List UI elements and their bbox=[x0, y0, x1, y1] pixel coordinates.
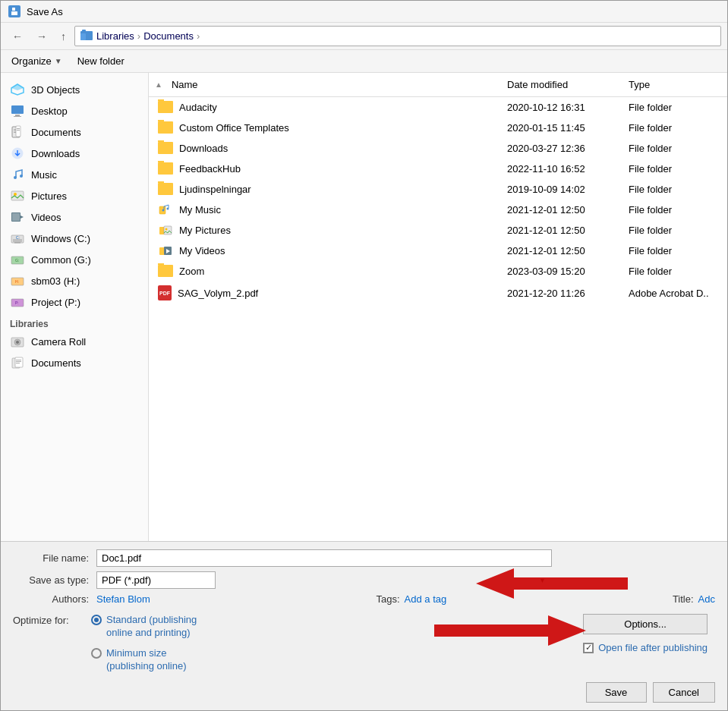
sidebar-item-lib-documents[interactable]: Documents bbox=[1, 352, 148, 373]
nav-bar: ← → ↑ Libraries › Documents › bbox=[1, 23, 727, 50]
organize-button[interactable]: Organize ▼ bbox=[8, 54, 65, 68]
downloads-icon bbox=[10, 146, 25, 160]
sidebar-item-sbm03-h[interactable]: H: sbm03 (H:) bbox=[1, 270, 148, 291]
up-button[interactable]: ↑ bbox=[55, 27, 71, 46]
file-date: 2020-03-27 12:36 bbox=[501, 141, 622, 156]
sidebar-item-pictures[interactable]: Pictures bbox=[1, 185, 148, 206]
sidebar-label-desktop: Desktop bbox=[31, 105, 68, 117]
authors-label: Authors: bbox=[13, 593, 96, 605]
breadcrumb-libraries[interactable]: Libraries bbox=[96, 30, 134, 42]
sidebar-item-music[interactable]: Music bbox=[1, 164, 148, 185]
open-after-publish-checkbox[interactable] bbox=[583, 643, 594, 653]
file-date: 2019-10-09 14:02 bbox=[501, 182, 622, 197]
folder-icon bbox=[158, 265, 173, 277]
file-date: 2023-03-09 15:20 bbox=[501, 264, 622, 278]
pictures-icon bbox=[10, 189, 25, 203]
sidebar-item-common-g[interactable]: G: Common (G:) bbox=[1, 249, 148, 270]
action-buttons: Save Cancel bbox=[13, 682, 715, 703]
breadcrumb-documents[interactable]: Documents bbox=[143, 30, 194, 42]
breadcrumb-sep-2: › bbox=[197, 30, 200, 42]
up-icon: ↑ bbox=[61, 30, 66, 42]
new-folder-label: New folder bbox=[77, 55, 124, 67]
breadcrumb: Libraries › Documents › bbox=[96, 30, 200, 42]
save-as-dialog: Save As ← → ↑ Libraries › Documents bbox=[0, 0, 728, 711]
title-value[interactable]: Adc bbox=[698, 593, 715, 605]
cancel-button[interactable]: Cancel bbox=[653, 682, 715, 703]
sidebar-item-documents[interactable]: Documents bbox=[1, 121, 148, 143]
table-row[interactable]: My Music 2021-12-01 12:50 File folder bbox=[149, 200, 727, 220]
file-list-header: ▲ Name Date modified Type bbox=[149, 73, 727, 97]
col-header-date[interactable]: Date modified bbox=[501, 76, 622, 93]
folder-icon bbox=[158, 142, 173, 154]
sidebar-item-camera-roll[interactable]: Camera Roll bbox=[1, 331, 148, 352]
radio-minimum-label: Minimum size(publishing online) bbox=[106, 647, 187, 673]
common-g-icon: G: bbox=[10, 253, 25, 266]
red-arrow-annotation-2 bbox=[434, 615, 586, 648]
back-button[interactable]: ← bbox=[7, 27, 28, 46]
svg-marker-25 bbox=[20, 216, 24, 219]
forward-icon: → bbox=[36, 30, 47, 42]
svg-text:P:: P: bbox=[15, 300, 19, 305]
meta-row: Authors: Stefan Blom Tags: Add a tag Tit… bbox=[13, 593, 715, 605]
svg-rect-4 bbox=[80, 33, 86, 40]
save-type-select[interactable]: PDF (*.pdf) Word Document (*.docx) Plain… bbox=[96, 571, 216, 589]
folder-icon bbox=[158, 121, 173, 134]
svg-rect-42 bbox=[16, 360, 21, 360]
sidebar-item-project-p[interactable]: P: Project (P:) bbox=[1, 291, 148, 313]
col-header-name[interactable]: Name bbox=[165, 76, 501, 93]
tags-value[interactable]: Add a tag bbox=[405, 593, 447, 605]
open-after-publish-label[interactable]: Open file after publishing bbox=[598, 642, 708, 653]
sidebar: 3D Objects Desktop bbox=[1, 73, 149, 541]
authors-value[interactable]: Stefan Blom bbox=[96, 593, 150, 605]
table-row[interactable]: Ljudinspelningar 2019-10-09 14:02 File f… bbox=[149, 179, 727, 200]
file-name: Downloads bbox=[179, 143, 228, 154]
sidebar-label-pictures: Pictures bbox=[31, 190, 67, 202]
sidebar-item-3d-objects[interactable]: 3D Objects bbox=[1, 79, 148, 100]
sidebar-item-desktop[interactable]: Desktop bbox=[1, 100, 148, 121]
table-row[interactable]: Custom Office Templates 2020-01-15 11:45… bbox=[149, 118, 727, 138]
sidebar-label-music: Music bbox=[31, 169, 57, 181]
table-row[interactable]: My Videos 2021-12-01 12:50 File folder bbox=[149, 241, 727, 261]
svg-rect-29 bbox=[13, 239, 22, 242]
sidebar-label-common-g: Common (G:) bbox=[31, 254, 91, 266]
new-folder-button[interactable]: New folder bbox=[74, 54, 128, 68]
sidebar-item-windows-c[interactable]: C: Windows (C:) bbox=[1, 228, 148, 249]
libraries-section-label: Libraries bbox=[1, 313, 148, 331]
sbm03-h-icon: H: bbox=[10, 274, 25, 288]
file-type: File folder bbox=[622, 162, 721, 176]
save-button[interactable]: Save bbox=[586, 682, 647, 703]
radio-minimum[interactable]: Minimum size(publishing online) bbox=[91, 647, 197, 673]
forward-button[interactable]: → bbox=[31, 27, 52, 46]
table-row[interactable]: Downloads 2020-03-27 12:36 File folder bbox=[149, 138, 727, 159]
sidebar-item-videos[interactable]: Videos bbox=[1, 206, 148, 228]
col-header-type[interactable]: Type bbox=[622, 76, 721, 93]
svg-point-21 bbox=[20, 175, 23, 178]
table-row[interactable]: My Pictures 2021-12-01 12:50 File folder bbox=[149, 220, 727, 241]
checkbox-row: Open file after publishing bbox=[583, 642, 708, 653]
back-icon: ← bbox=[12, 30, 23, 42]
table-row[interactable]: Zoom 2023-03-09 15:20 File folder bbox=[149, 261, 727, 282]
address-bar[interactable]: Libraries › Documents › bbox=[74, 26, 721, 46]
radio-standard[interactable]: Standard (publishingonline and printing) bbox=[91, 614, 197, 640]
svg-rect-10 bbox=[14, 116, 21, 117]
table-row[interactable]: PDF SAG_Volym_2.pdf 2021-12-20 11:26 Ado… bbox=[149, 282, 727, 305]
table-row[interactable]: Audacity 2020-10-12 16:31 File folder bbox=[149, 97, 727, 118]
svg-point-39 bbox=[16, 341, 19, 344]
file-name: My Videos bbox=[179, 245, 225, 256]
svg-rect-8 bbox=[11, 105, 24, 114]
file-type: Adobe Acrobat D.. bbox=[622, 286, 721, 300]
folder-icon bbox=[158, 183, 173, 195]
table-row[interactable]: FeedbackHub 2022-11-10 16:52 File folder bbox=[149, 159, 727, 179]
svg-point-23 bbox=[14, 193, 17, 196]
sidebar-item-downloads[interactable]: Downloads bbox=[1, 143, 148, 164]
file-date: 2021-12-01 12:50 bbox=[501, 244, 622, 258]
options-button[interactable]: Options... bbox=[583, 614, 708, 634]
svg-marker-7 bbox=[11, 84, 24, 90]
file-name-input[interactable] bbox=[96, 549, 552, 567]
svg-rect-2 bbox=[12, 8, 15, 11]
file-type: File folder bbox=[622, 244, 721, 258]
organize-dropdown-icon: ▼ bbox=[55, 57, 62, 65]
svg-marker-56 bbox=[434, 615, 586, 646]
file-name: FeedbackHub bbox=[179, 163, 241, 175]
sidebar-label-camera-roll: Camera Roll bbox=[31, 336, 86, 348]
